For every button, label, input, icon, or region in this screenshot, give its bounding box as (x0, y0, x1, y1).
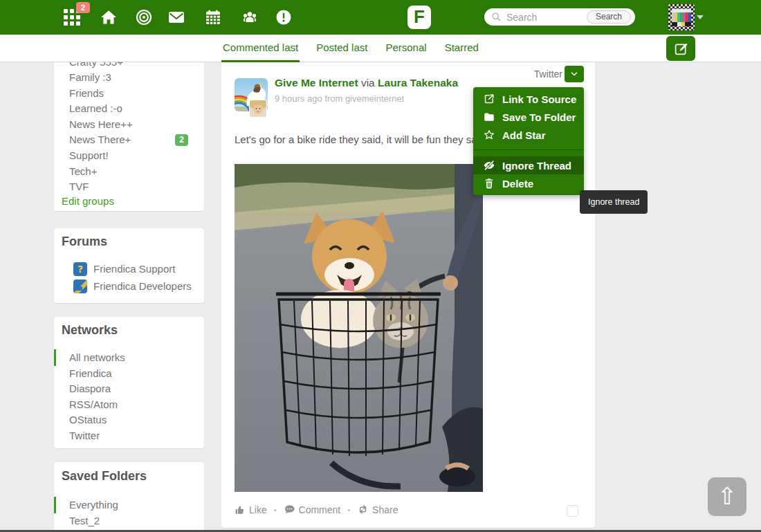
menu-item-add-star[interactable]: Add Star (473, 126, 584, 144)
ignore-thread-tooltip: Ignore thread (580, 190, 648, 214)
user-avatar[interactable] (668, 4, 695, 30)
saved-folders-panel: Saved Folders Everything Test_2 (54, 462, 204, 532)
feed-tabbar: Commented last Posted last Personal Star… (0, 35, 761, 62)
share-label: Share (372, 504, 398, 515)
tab-posted-last[interactable]: Posted last (315, 35, 369, 62)
post-author-name[interactable]: Give Me Internet (275, 77, 358, 89)
sidebar-item-forum[interactable]: Friendica Developers (93, 279, 192, 294)
notification-count-badge[interactable]: 2 (76, 2, 90, 13)
groups-icon[interactable] (241, 9, 258, 26)
post-options-menu: Link To Source Save To Folder Add Star I… (473, 87, 584, 195)
post-select-checkbox[interactable] (567, 505, 578, 517)
friendica-logo[interactable]: F (407, 6, 431, 29)
messages-icon[interactable] (168, 9, 185, 26)
sidebar-item-network-ostatus[interactable]: OStatus (69, 412, 107, 428)
notices-icon[interactable] (275, 9, 292, 26)
like-button[interactable]: Like (235, 504, 267, 515)
sidebar-item-group[interactable]: Family :3 (69, 70, 111, 85)
post-network-label: Twitter (534, 66, 562, 82)
post-action-row: Like • Comment • Share (235, 504, 398, 515)
menu-item-label: Save To Folder (502, 111, 576, 123)
sidebar-item-group[interactable]: Tech+ (69, 164, 97, 179)
share-button[interactable]: Share (357, 504, 398, 515)
sidebar-item-group[interactable]: News There+ (69, 132, 131, 147)
sidebar-item-network-twitter[interactable]: Twitter (69, 428, 100, 443)
search-box: Search (484, 8, 635, 26)
post-photo[interactable] (235, 164, 483, 492)
thumbs-up-icon (235, 504, 246, 515)
home-icon[interactable] (100, 9, 117, 26)
via-text: via (361, 77, 375, 89)
menu-item-link-to-source[interactable]: Link To Source (473, 90, 584, 108)
networks-panel: Networks All networks Friendica Diaspora… (54, 317, 204, 448)
scroll-to-top-button[interactable]: ⇧ (708, 477, 746, 516)
sidebar-item-folder-everything[interactable]: Everything (69, 497, 118, 513)
tab-commented-last[interactable]: Commented last (221, 35, 300, 62)
sidebar-item-network-all[interactable]: All networks (69, 350, 125, 365)
menu-item-label: Delete (502, 178, 533, 190)
post-timestamp: 9 hours ago from givemeinternet (275, 93, 404, 104)
events-calendar-icon[interactable] (205, 9, 221, 26)
circles-icon[interactable] (136, 9, 152, 26)
sidebar-item-network-friendica[interactable]: Friendica (69, 366, 112, 381)
sidebar-item-network-rss[interactable]: RSS/Atom (69, 397, 118, 412)
forums-panel: Forums ? Friendica Support Friendica Dev… (54, 228, 204, 303)
group-unread-badge: 2 (175, 134, 188, 146)
star-icon (483, 129, 495, 141)
forum-support-icon: ? (73, 262, 87, 276)
folder-icon (483, 111, 495, 123)
tab-starred[interactable]: Starred (443, 35, 480, 62)
menu-divider (473, 149, 584, 150)
sidebar-item-group[interactable]: Support! (69, 148, 109, 163)
search-icon (491, 12, 502, 22)
forums-panel-title: Forums (62, 235, 107, 249)
menu-item-ignore-thread[interactable]: Ignore Thread (473, 156, 584, 174)
external-link-icon (483, 93, 495, 105)
menu-item-label: Ignore Thread (502, 160, 571, 172)
eye-slash-icon (483, 159, 495, 172)
sidebar-item-forum[interactable]: Friendica Support (93, 262, 175, 277)
comment-label: Comment (299, 504, 341, 515)
comment-icon (284, 504, 295, 515)
active-folder-indicator (54, 497, 56, 513)
saved-folders-panel-title: Saved Folders (62, 469, 147, 484)
top-navbar: 2 F (0, 0, 761, 35)
menu-item-label: Add Star (502, 129, 546, 141)
post-menu-toggle-button[interactable] (565, 66, 584, 82)
active-network-indicator (54, 349, 56, 366)
trash-icon (483, 177, 495, 190)
sidebar-item-group[interactable]: News Here++ (69, 117, 133, 132)
menu-item-save-to-folder[interactable]: Save To Folder (473, 108, 584, 126)
like-label: Like (249, 504, 267, 515)
retweet-icon (357, 504, 369, 515)
search-input[interactable] (506, 10, 588, 24)
sidebar-item-network-diaspora[interactable]: Diaspora (69, 381, 111, 396)
networks-panel-title: Networks (62, 323, 118, 338)
comment-button[interactable]: Comment (284, 504, 341, 515)
forum-developers-icon (73, 279, 87, 293)
compose-button[interactable] (666, 36, 695, 61)
search-button[interactable]: Search (587, 10, 631, 24)
action-separator: • (274, 506, 277, 514)
tab-personal[interactable]: Personal (384, 35, 428, 62)
post-sharer-name[interactable]: Laura Takenaka (378, 77, 458, 89)
sidebar-item-folder-test2[interactable]: Test_2 (69, 513, 100, 529)
menu-item-delete[interactable]: Delete (473, 174, 584, 192)
menu-item-label: Link To Source (502, 93, 576, 105)
sidebar-item-group[interactable]: Friends (69, 86, 104, 101)
svg-text:?: ? (77, 264, 83, 275)
edit-groups-link[interactable]: Edit groups (62, 194, 114, 209)
sidebar-item-group[interactable]: TVF (69, 179, 89, 194)
post-sharer-avatar[interactable] (250, 100, 266, 117)
post-title-line: Give Me Internet via Laura Takenaka (275, 77, 458, 89)
avatar-dropdown-caret[interactable] (697, 15, 704, 19)
sidebar-item-group[interactable]: Learned :-o (69, 101, 122, 116)
action-separator: • (347, 506, 350, 514)
